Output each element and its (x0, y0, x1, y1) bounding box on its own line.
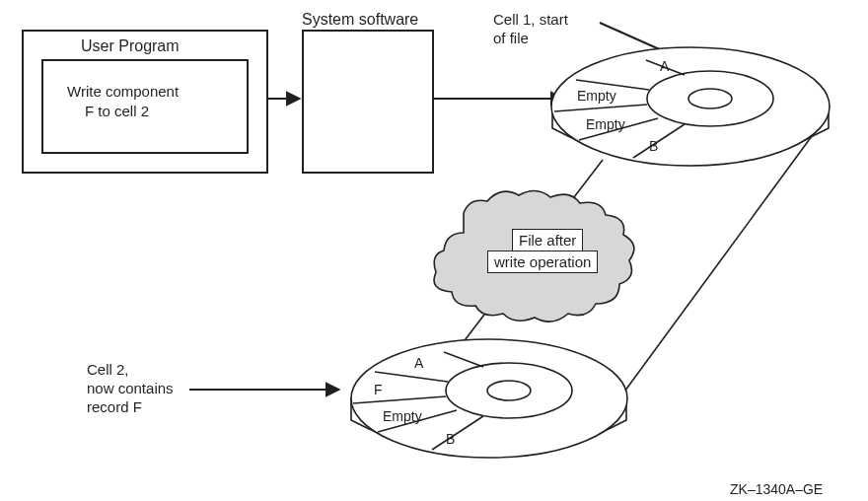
user-program-title: User Program (81, 37, 180, 55)
cell1-label-line2: of file (493, 30, 529, 46)
disk-bottom-cell-a: A (414, 355, 424, 371)
disk-top-cell-2: Empty (577, 88, 616, 104)
disk-top: A Empty Empty B (551, 47, 830, 166)
svg-point-12 (487, 381, 531, 400)
disk-top-cell-3: Empty (586, 116, 625, 132)
disk-bottom-cell-f: F (374, 382, 383, 397)
system-software-title: System software (302, 11, 418, 29)
file-after-box-1: File after (512, 229, 583, 251)
system-software-box (302, 30, 434, 174)
user-program-text-2: F to cell 2 (85, 103, 149, 119)
user-program-text-1: Write component (67, 83, 179, 100)
cell1-label-line1: Cell 1, start (493, 11, 568, 28)
svg-line-9 (619, 136, 812, 398)
disk-bottom-cell-3: Empty (383, 408, 422, 424)
file-after-box-2: write operation (487, 250, 598, 273)
cell2-label-line1: Cell 2, (87, 361, 129, 378)
disk-bottom-cell-b: B (446, 431, 455, 447)
disk-top-cell-b: B (649, 138, 658, 154)
cell2-label-line2: now contains (87, 380, 174, 396)
figure-id: ZK–1340A–GE (730, 481, 823, 497)
cell2-label-line3: record F (87, 398, 142, 415)
svg-point-2 (688, 89, 732, 108)
disk-top-cell-a: A (660, 58, 670, 74)
disk-bottom: A F Empty B (351, 339, 627, 458)
